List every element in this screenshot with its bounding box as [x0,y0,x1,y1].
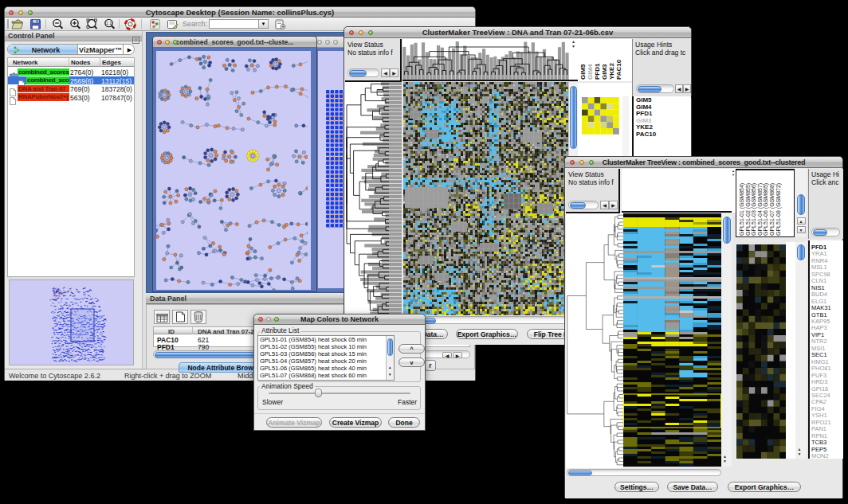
svg-text:PFD1: PFD1 [594,63,601,80]
svg-text:GIM4: GIM4 [587,64,594,80]
svg-text:YKE2: YKE2 [608,63,615,80]
svg-text:GIM5: GIM5 [579,64,587,80]
svg-text:GIM3: GIM3 [601,64,608,80]
svg-text:1:1: 1:1 [106,21,112,25]
svg-text:PAC10: PAC10 [615,59,622,80]
svg-text:GPL51-08 (GSM872): GPL51-08 (GSM872) [775,183,782,236]
